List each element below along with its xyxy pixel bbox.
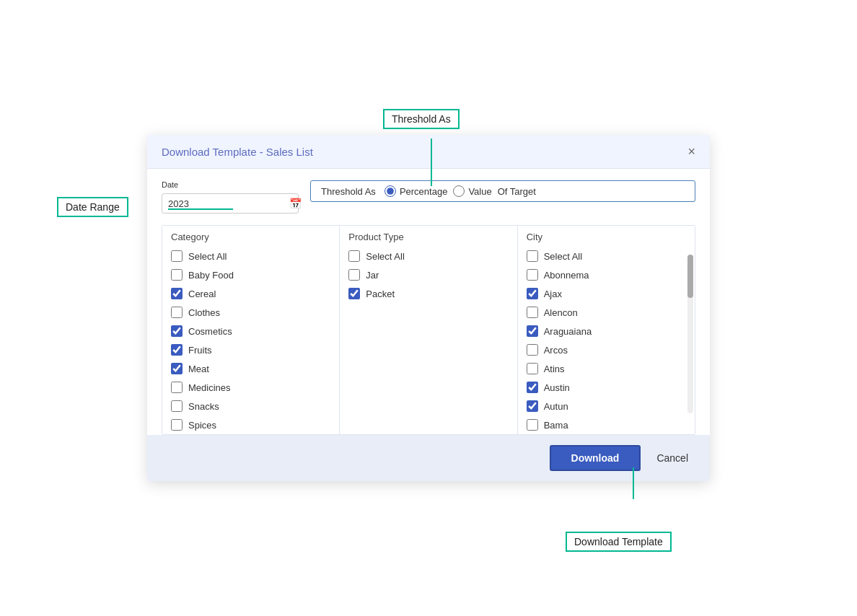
category-select-all[interactable]: Select All	[162, 247, 339, 265]
product-select-all[interactable]: Select All	[340, 247, 517, 265]
city-austin-cb[interactable]	[527, 382, 538, 393]
category-cereal-cb[interactable]	[171, 288, 183, 299]
radio-value-input[interactable]	[453, 185, 465, 197]
radio-value[interactable]: Value	[453, 185, 491, 197]
product-type-header: Product Type	[340, 226, 517, 247]
city-abonnema-cb[interactable]	[527, 269, 538, 281]
category-cosmetics[interactable]: Cosmetics	[162, 322, 339, 340]
date-label: Date	[162, 180, 299, 189]
dialog-close-button[interactable]: ×	[687, 145, 695, 158]
city-select-all[interactable]: Select All	[518, 247, 685, 265]
product-select-all-cb[interactable]	[348, 250, 360, 262]
date-range-annotation: Date Range	[57, 197, 128, 217]
city-ajax-cb[interactable]	[527, 288, 538, 299]
radio-percentage-input[interactable]	[384, 185, 396, 197]
threshold-as-annotation: Threshold As	[383, 109, 460, 129]
dialog-footer: Download Cancel	[147, 435, 710, 481]
dialog: Download Template - Sales List × Date 📅	[147, 135, 710, 481]
calendar-icon[interactable]: 📅	[289, 198, 302, 209]
city-abonnema[interactable]: Abonnema	[518, 265, 685, 284]
city-select-all-cb[interactable]	[527, 250, 538, 262]
scrollbar-indicator[interactable]	[687, 255, 693, 413]
city-arcos[interactable]: Arcos	[518, 340, 685, 359]
dialog-title: Download Template - Sales List	[162, 146, 313, 158]
dialog-overlay: Download Template - Sales List × Date 📅	[0, 0, 857, 616]
city-ajax[interactable]: Ajax	[518, 284, 685, 303]
city-alencon-cb[interactable]	[527, 307, 538, 318]
date-input-wrap: 📅	[162, 193, 299, 214]
threshold-group: Threshold As Percentage Value Of Target	[310, 180, 695, 202]
city-section: City Select All Abonnema Ajax	[518, 226, 695, 434]
category-clothes[interactable]: Clothes	[162, 303, 339, 322]
product-type-section: Product Type Select All Jar Packet	[340, 226, 517, 434]
date-input[interactable]	[168, 198, 289, 209]
product-jar[interactable]: Jar	[340, 265, 517, 284]
cancel-button[interactable]: Cancel	[649, 446, 695, 470]
category-medicines[interactable]: Medicines	[162, 378, 339, 397]
category-fruits[interactable]: Fruits	[162, 340, 339, 359]
columns-row: Category Select All Baby Food Cereal	[162, 225, 695, 435]
dialog-body: Date 📅 Threshold As Percentage	[147, 169, 710, 435]
product-packet-cb[interactable]	[348, 288, 360, 299]
product-jar-cb[interactable]	[348, 269, 360, 281]
of-target-label: Of Target	[498, 186, 536, 197]
radio-value-label: Value	[468, 186, 491, 197]
category-fruits-cb[interactable]	[171, 344, 183, 356]
city-araguaiana[interactable]: Araguaiana	[518, 322, 685, 340]
threshold-as-label: Threshold As	[321, 186, 376, 197]
category-section: Category Select All Baby Food Cereal	[162, 226, 340, 434]
category-baby-food[interactable]: Baby Food	[162, 265, 339, 284]
category-cosmetics-cb[interactable]	[171, 325, 183, 337]
date-group: Date 📅	[162, 180, 299, 214]
top-controls: Date 📅 Threshold As Percentage	[162, 180, 695, 214]
category-baby-food-cb[interactable]	[171, 269, 183, 281]
city-austin[interactable]: Austin	[518, 378, 685, 397]
city-bama[interactable]: Bama	[518, 415, 685, 434]
city-bama-cb[interactable]	[527, 419, 538, 431]
category-snacks-cb[interactable]	[171, 400, 183, 412]
city-arcos-cb[interactable]	[527, 344, 538, 356]
category-items: Select All Baby Food Cereal Clothes	[162, 247, 339, 434]
category-cereal[interactable]: Cereal	[162, 284, 339, 303]
city-alencon[interactable]: Alencon	[518, 303, 685, 322]
threshold-box: Threshold As Percentage Value Of Target	[310, 180, 695, 202]
category-snacks[interactable]: Snacks	[162, 397, 339, 415]
scrollbar-thumb[interactable]	[687, 255, 693, 298]
radio-percentage-label: Percentage	[400, 186, 448, 197]
category-spices[interactable]: Spices	[162, 415, 339, 434]
dialog-header: Download Template - Sales List ×	[147, 135, 710, 169]
city-autun[interactable]: Autun	[518, 397, 685, 415]
radio-percentage[interactable]: Percentage	[384, 185, 448, 197]
category-medicines-cb[interactable]	[171, 382, 183, 393]
category-meat-cb[interactable]	[171, 363, 183, 374]
city-autun-cb[interactable]	[527, 400, 538, 412]
download-button[interactable]: Download	[550, 445, 641, 471]
download-template-annotation: Download Template	[566, 532, 672, 552]
city-header: City	[518, 226, 695, 247]
city-araguaiana-cb[interactable]	[527, 325, 538, 337]
category-select-all-cb[interactable]	[171, 250, 183, 262]
category-spices-cb[interactable]	[171, 419, 183, 431]
threshold-radio-group: Percentage Value Of Target	[384, 185, 536, 197]
city-atins[interactable]: Atins	[518, 359, 685, 378]
category-header: Category	[162, 226, 339, 247]
category-meat[interactable]: Meat	[162, 359, 339, 378]
product-type-items: Select All Jar Packet	[340, 247, 517, 303]
product-packet[interactable]: Packet	[340, 284, 517, 303]
city-items: Select All Abonnema Ajax Alencon	[518, 247, 695, 434]
city-atins-cb[interactable]	[527, 363, 538, 374]
category-clothes-cb[interactable]	[171, 307, 183, 318]
